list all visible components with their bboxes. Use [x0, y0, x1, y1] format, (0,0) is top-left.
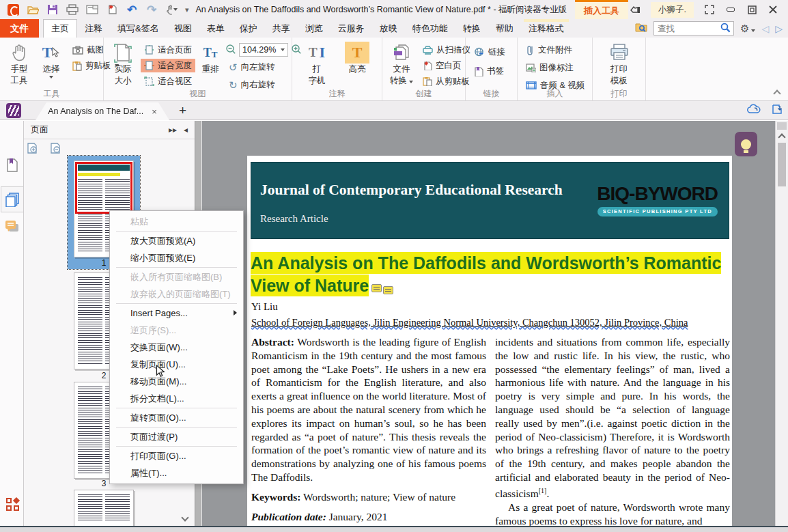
zoom-out-icon[interactable] — [225, 44, 236, 57]
typewriter-button[interactable]: TI 打 字机 — [302, 40, 331, 86]
redo-icon[interactable]: ↷ — [145, 3, 158, 16]
layout-switch-icon[interactable] — [704, 4, 715, 15]
menu-item-split-document[interactable]: 拆分文档(L)... — [110, 390, 243, 407]
highlight-button[interactable]: T 高亮 — [343, 40, 371, 75]
document-scrollbar[interactable] — [775, 121, 788, 526]
menu-tab-share[interactable]: 共享 — [265, 19, 298, 38]
hand-tool-dropdown-icon[interactable] — [165, 3, 178, 16]
scrollbar-top-cap[interactable] — [777, 122, 787, 130]
search-icon[interactable] — [718, 23, 733, 35]
rotate-left-button[interactable]: ↺向左旋转 — [225, 60, 302, 74]
bookmarks-panel-icon[interactable] — [3, 156, 21, 174]
comment-annotation-icon[interactable] — [371, 284, 382, 292]
menu-item-enlarge-page-preview[interactable]: 放大页面预览(A) — [110, 232, 243, 249]
reduce-thumbnails-icon[interactable] — [50, 142, 64, 156]
user-account-badge[interactable]: 小狮子. — [651, 2, 694, 18]
file-convert-button[interactable]: 文件 转换 — [387, 40, 416, 86]
save-icon[interactable] — [46, 3, 59, 16]
email-note-icon[interactable] — [86, 3, 98, 16]
search-in-folder-icon[interactable] — [635, 22, 647, 35]
page-thumbnail-4[interactable] — [74, 490, 134, 526]
close-tab-icon[interactable]: × — [152, 107, 157, 117]
hand-tool-button[interactable]: 手型 工具 — [5, 40, 33, 86]
reflow-button[interactable]: TT 重排 — [199, 40, 222, 75]
collapse-panel-icon[interactable]: ◂ — [184, 125, 188, 135]
tab-insert-tools[interactable]: 插入工具 — [575, 0, 628, 19]
open-file-icon[interactable] — [27, 3, 39, 16]
menu-tab-form[interactable]: 表单 — [199, 19, 232, 38]
menu-item-print-pages[interactable]: 打印页面(G)... — [110, 447, 243, 464]
cloud-icon[interactable] — [746, 104, 761, 117]
menu-tab-comment[interactable]: 注释 — [77, 19, 110, 38]
actual-size-button[interactable]: 实际 大小 — [109, 40, 137, 86]
menu-item-properties[interactable]: 属性(T)... — [110, 464, 243, 481]
menu-tab-fill-sign[interactable]: 填写&签名 — [110, 19, 167, 38]
comments-panel-icon[interactable] — [3, 218, 21, 236]
image-annotation-button[interactable]: 图像标注 — [522, 61, 588, 74]
menu-tab-protect[interactable]: 保护 — [232, 19, 265, 38]
expand-panel-icon[interactable]: ▸▸ — [169, 125, 177, 135]
menu-tab-features[interactable]: 特色功能 — [405, 19, 455, 38]
new-document-icon[interactable] — [106, 3, 118, 16]
print-template-button[interactable]: 打印 模板 — [605, 40, 634, 86]
minimize-button[interactable] — [725, 4, 736, 15]
article-author: Yi Liu — [251, 301, 278, 313]
select-tool-button[interactable]: T 选择 — [37, 40, 66, 79]
menu-item-rotate-pages[interactable]: 旋转页面(O)... — [110, 409, 243, 426]
share-hand-icon[interactable] — [630, 4, 641, 15]
previous-view-icon[interactable]: ◁ — [761, 23, 769, 34]
select-dropdown-caret — [49, 76, 53, 79]
menu-file[interactable]: 文件 — [0, 19, 39, 38]
collapse-ribbon-icon[interactable] — [773, 89, 780, 97]
enlarge-thumbnails-icon[interactable] — [27, 142, 40, 156]
settings-gear-icon[interactable]: ⚙ — [740, 23, 755, 35]
undo-icon[interactable]: ↶ — [126, 3, 138, 16]
menu-tab-present[interactable]: 放映 — [372, 19, 405, 38]
foxit-reader-window: ↶ ↷ ▾ An Analysis on The Daffodils and W… — [0, 0, 788, 532]
new-tab-button[interactable]: + — [179, 103, 186, 118]
menu-tab-convert[interactable]: 转换 — [455, 19, 488, 38]
pages-panel-icon[interactable] — [1, 186, 23, 212]
rotate-left-icon: ↺ — [229, 61, 238, 74]
menu-item-insert-pages[interactable]: Insert Pages... — [110, 305, 243, 322]
form-fields-panel-icon[interactable] — [3, 495, 21, 513]
menu-tab-home[interactable]: 主页 — [43, 19, 77, 38]
menu-tab-help[interactable]: 帮助 — [488, 19, 521, 38]
menu-tab-view[interactable]: 视图 — [167, 19, 199, 38]
menu-item-reduce-page-preview[interactable]: 缩小页面预览(E) — [110, 249, 243, 266]
visible-area-rectangle[interactable] — [75, 162, 132, 214]
find-searchbox[interactable] — [653, 21, 734, 36]
file-attachment-button[interactable]: 文件附件 — [522, 43, 588, 57]
menu-bar: 文件 主页 注释 填写&签名 视图 表单 保护 共享 浏览 云服务 放映 特色功… — [0, 19, 788, 38]
scroll-down-icon[interactable] — [181, 514, 188, 521]
next-view-icon[interactable]: ▷ — [775, 23, 783, 34]
foxit-logo-icon[interactable] — [7, 3, 19, 16]
close-button[interactable] — [768, 4, 778, 15]
find-input[interactable] — [654, 24, 718, 33]
ribbon-group-create: 文件 转换 从扫描仪 空白页 从剪贴板 创建 — [382, 38, 466, 100]
menu-tab-comment-format[interactable]: 注释格式 — [521, 19, 572, 38]
menu-item-move-pages[interactable]: 移动页面(M)... — [110, 373, 243, 390]
scroll-up-icon[interactable] — [778, 133, 785, 141]
menu-item-page-transitions[interactable]: 页面过渡(P) — [110, 428, 243, 445]
menu-tab-browse[interactable]: 浏览 — [298, 19, 330, 38]
fit-width-button[interactable]: 适合宽度 — [141, 59, 195, 72]
assistant-lightbulb-button[interactable] — [735, 132, 757, 156]
link-button[interactable]: 链接 — [470, 45, 509, 59]
document-tab[interactable]: An Analysis on The Daf... × — [36, 102, 169, 120]
menu-item-duplicate-pages[interactable]: 复制页面(U)... — [110, 356, 243, 373]
start-page-icon[interactable] — [6, 103, 21, 118]
document-view-area[interactable]: Journal of Contemporary Educational Rese… — [202, 121, 775, 526]
print-icon[interactable] — [66, 3, 79, 16]
menu-item-swap-pages[interactable]: 交换页面(W)... — [110, 339, 243, 356]
fit-page-button[interactable]: 适合页面 — [141, 43, 195, 57]
save-to-cloud-icon[interactable] — [772, 104, 783, 117]
zoom-level-dropdown[interactable]: 104.29% — [239, 43, 288, 57]
fit-visible-button[interactable]: 适合视区 — [141, 74, 195, 88]
bookmark-button[interactable]: 书签 — [470, 64, 509, 78]
qat-more-icon[interactable]: ▾ — [185, 5, 189, 14]
menu-tab-cloud[interactable]: 云服务 — [330, 19, 372, 38]
scrollbar-thumb[interactable] — [778, 143, 786, 186]
comment-annotation-icon[interactable] — [383, 286, 393, 294]
maximize-button[interactable] — [746, 4, 757, 15]
